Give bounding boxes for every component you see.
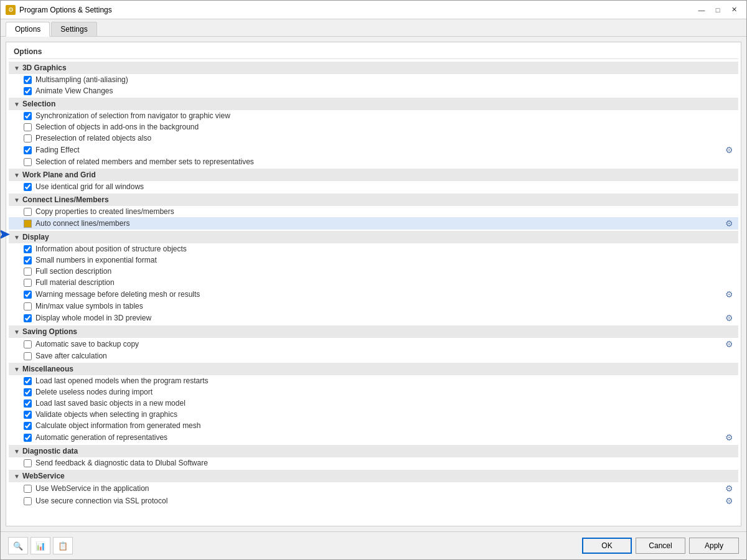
gear-icon-auto-gen-representatives[interactable]: ⚙ (725, 432, 733, 442)
option-label-info-position: Information about position of structure … (35, 245, 733, 253)
section-diagnostic-data: ▼ Diagnostic dataSend feedback & diagnos… (9, 445, 738, 469)
checkbox-sync-selection[interactable] (24, 112, 32, 120)
option-label-full-material: Full material description (35, 278, 733, 287)
checkbox-full-material[interactable] (24, 279, 32, 287)
cancel-button[interactable]: Cancel (636, 538, 685, 554)
option-row-delete-useless: Delete useless nodes during import (9, 386, 738, 398)
option-label-fading-effect: Fading Effect (35, 146, 721, 154)
option-row-copy-properties: Copy properties to created lines/members (9, 206, 738, 217)
checkbox-identical-grid[interactable] (24, 183, 32, 191)
section-header-miscellaneous[interactable]: ▼ Miscellaneous (9, 363, 738, 375)
gear-icon-use-webservice[interactable]: ⚙ (725, 483, 733, 493)
maximize-button[interactable]: □ (710, 4, 725, 16)
apply-button[interactable]: Apply (689, 538, 739, 554)
checkbox-ssl-protocol[interactable] (24, 497, 32, 505)
option-label-warning-message: Warning message before deleting mesh or … (35, 290, 721, 299)
checkbox-calc-object-info[interactable] (24, 422, 32, 430)
checkbox-warning-message[interactable] (24, 291, 32, 299)
option-label-minmax-symbols: Min/max value symbols in tables (35, 302, 733, 310)
checkbox-send-feedback[interactable] (24, 459, 32, 467)
checkbox-auto-gen-representatives[interactable] (24, 434, 32, 442)
gear-icon-ssl-protocol[interactable]: ⚙ (725, 496, 733, 506)
gear-icon-warning-message[interactable]: ⚙ (725, 289, 733, 299)
option-row-validate-objects: Validate objects when selecting in graph… (9, 409, 738, 420)
checkbox-use-webservice[interactable] (24, 485, 32, 493)
option-label-save-after-calc: Save after calculation (35, 352, 733, 360)
arrow-indicator: ➤ (1, 226, 9, 243)
section-header-3d-graphics[interactable]: ▼ 3D Graphics (9, 62, 738, 74)
option-label-load-basic: Load last saved basic objects in a new m… (35, 399, 733, 408)
option-label-copy-properties: Copy properties to created lines/members (35, 207, 733, 216)
checkbox-selection-addons[interactable] (24, 123, 32, 131)
section-body-saving-options: Automatic save to backup copy⚙Save after… (9, 338, 738, 362)
checkbox-delete-useless[interactable] (24, 388, 32, 396)
gear-icon-auto-connect[interactable]: ⚙ (725, 218, 733, 228)
clipboard-bottom-button[interactable]: 📋 (53, 537, 73, 554)
checkbox-whole-model[interactable] (24, 314, 32, 322)
section-body-display: Information about position of structure … (9, 243, 738, 324)
section-header-webservice[interactable]: ▼ WebService (9, 470, 738, 482)
search-bottom-button[interactable]: 🔍 (8, 537, 28, 554)
section-body-work-plane: Use identical grid for all windows (9, 181, 738, 192)
checkbox-load-basic[interactable] (24, 399, 32, 408)
section-header-diagnostic-data[interactable]: ▼ Diagnostic data (9, 445, 738, 457)
checkbox-load-last-models[interactable] (24, 377, 32, 385)
checkbox-animate-view[interactable] (24, 87, 32, 95)
checkbox-selection-members[interactable] (24, 158, 32, 166)
checkbox-preselection[interactable] (24, 134, 32, 142)
bottom-right-buttons: OK Cancel Apply (582, 538, 739, 554)
option-row-auto-gen-representatives: Automatic generation of representatives⚙ (9, 431, 738, 444)
section-header-saving-options[interactable]: ▼ Saving Options (9, 325, 738, 338)
collapse-icon: ▼ (14, 197, 20, 203)
section-body-selection: Synchronization of selection from naviga… (9, 110, 738, 167)
checkbox-small-numbers[interactable] (24, 256, 32, 264)
option-label-animate-view: Animate View Changes (35, 86, 733, 95)
collapse-icon: ▼ (14, 473, 20, 480)
section-header-work-plane[interactable]: ▼ Work Plane and Grid (9, 169, 738, 181)
close-button[interactable]: ✕ (726, 4, 741, 16)
section-label: Miscellaneous (22, 365, 73, 373)
checkbox-auto-connect[interactable] (24, 220, 32, 228)
checkbox-minmax-symbols[interactable] (24, 302, 32, 310)
tab-options[interactable]: Options (6, 22, 50, 37)
option-label-selection-addons: Selection of objects in add-ons in the b… (35, 123, 733, 131)
checkbox-info-position[interactable] (24, 245, 32, 253)
option-row-preselection: Preselection of related objects also (9, 133, 738, 144)
section-selection: ▼ SelectionSynchronization of selection … (9, 98, 738, 167)
checkbox-copy-properties[interactable] (24, 208, 32, 216)
tab-settings[interactable]: Settings (51, 22, 96, 36)
option-label-validate-objects: Validate objects when selecting in graph… (35, 410, 733, 419)
chart-bottom-button[interactable]: 📊 (31, 537, 50, 554)
collapse-icon: ▼ (14, 329, 20, 335)
gear-icon-fading-effect[interactable]: ⚙ (725, 145, 733, 155)
minimize-button[interactable]: — (694, 4, 709, 16)
checkbox-fading-effect[interactable] (24, 146, 32, 154)
gear-icon-auto-save[interactable]: ⚙ (725, 339, 733, 349)
section-body-connect-lines: Copy properties to created lines/members… (9, 206, 738, 230)
section-header-connect-lines[interactable]: ▼ Connect Lines/Members (9, 194, 738, 206)
option-label-whole-model: Display whole model in 3D preview (35, 314, 721, 322)
collapse-icon: ▼ (14, 172, 20, 179)
option-label-full-section: Full section description (35, 267, 733, 276)
option-row-full-section: Full section description (9, 266, 738, 277)
option-row-ssl-protocol: Use secure connection via SSL protocol⚙ (9, 495, 738, 507)
section-saving-options: ▼ Saving OptionsAutomatic save to backup… (9, 325, 738, 362)
section-header-selection[interactable]: ▼ Selection (9, 98, 738, 110)
main-content: ➤ Options ▼ 3D GraphicsMultisampling (an… (1, 37, 746, 531)
checkbox-full-section[interactable] (24, 268, 32, 276)
collapse-icon: ▼ (14, 366, 20, 373)
section-header-display[interactable]: ▼ Display (9, 231, 738, 243)
option-row-auto-save: Automatic save to backup copy⚙ (9, 338, 738, 350)
option-row-minmax-symbols: Min/max value symbols in tables (9, 301, 738, 312)
collapse-icon: ▼ (14, 101, 20, 108)
section-work-plane: ▼ Work Plane and GridUse identical grid … (9, 169, 738, 192)
checkbox-multisampling[interactable] (24, 76, 32, 84)
checkbox-save-after-calc[interactable] (24, 352, 32, 360)
gear-icon-whole-model[interactable]: ⚙ (725, 313, 733, 323)
section-label: WebService (22, 472, 65, 480)
ok-button[interactable]: OK (582, 538, 632, 554)
option-row-whole-model: Display whole model in 3D preview⚙ (9, 312, 738, 324)
option-label-send-feedback: Send feedback & diagnostic data to Dluba… (35, 459, 733, 467)
checkbox-validate-objects[interactable] (24, 411, 32, 419)
checkbox-auto-save[interactable] (24, 340, 32, 348)
